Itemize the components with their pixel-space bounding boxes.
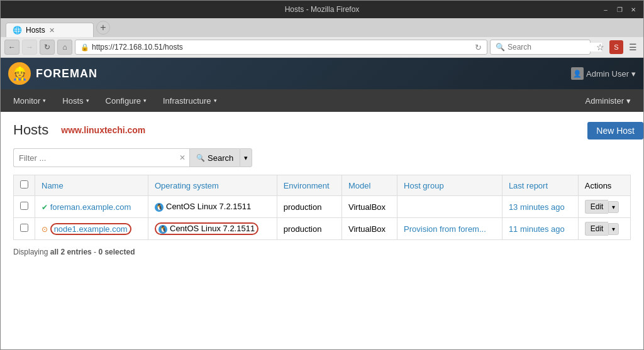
th-name-link[interactable]: Name [42, 181, 64, 190]
edit-dropdown-button[interactable]: ▾ [608, 223, 619, 235]
last-report-link[interactable]: 13 minutes ago [509, 202, 565, 212]
refresh-inline-icon: ↻ [475, 43, 482, 52]
foreman-logo-icon: 👷 [12, 66, 28, 81]
actions-group: Edit ▾ [585, 200, 624, 214]
close-button[interactable]: ✕ [628, 4, 638, 14]
os-icon: 🐧 [158, 225, 167, 234]
row-environment-cell: production [277, 218, 341, 240]
row-lastreport-cell: 13 minutes ago [502, 196, 578, 218]
user-caret-icon: ▾ [631, 69, 636, 79]
foreman-user-menu[interactable]: 👤 Admin User ▾ [571, 67, 636, 80]
nav-item-monitor[interactable]: Monitor ▾ [6, 92, 53, 109]
row-actions-cell: Edit ▾ [578, 196, 630, 218]
select-all-checkbox[interactable] [20, 180, 28, 189]
refresh-button[interactable]: ↻ [40, 40, 55, 55]
foreman-brand-name: FOREMAN [36, 67, 97, 80]
row-checkbox-cell [14, 218, 35, 240]
user-avatar: 👤 [571, 67, 584, 80]
address-bar-row: ← → ↻ ⌂ 🔒 https://172.168.10.51/hosts ↻ … [1, 37, 643, 58]
filter-input-wrapper: ✕ [13, 148, 189, 167]
restore-button[interactable]: ❐ [614, 4, 625, 14]
footer-text: Displaying all 2 entries - 0 selected [13, 248, 631, 256]
browser-window: Hosts - Mozilla Firefox – ❐ ✕ 🌐 Hosts ✕ … [0, 0, 644, 350]
browser-search-input[interactable] [508, 43, 602, 52]
foreman-header: 👷 FOREMAN 👤 Admin User ▾ [1, 58, 643, 89]
th-environment-link[interactable]: Environment [284, 181, 330, 190]
filter-wrapper: ✕ [13, 148, 189, 167]
status-ok-icon: ✔ [42, 203, 48, 212]
menu-icon[interactable]: ☰ [626, 40, 640, 54]
host-name-link[interactable]: node1.example.com [54, 224, 128, 234]
th-hostgroup: Host group [397, 175, 502, 196]
bookmark-icon[interactable]: ☆ [593, 40, 607, 54]
host-name-link[interactable]: foreman.example.com [50, 202, 131, 212]
row-hostgroup-cell: Provision from forem... [397, 218, 502, 240]
highlighted-os: 🐧CentOS Linux 7.2.1511 [155, 222, 258, 235]
address-bar[interactable]: 🔒 https://172.168.10.51/hosts ↻ [75, 40, 487, 55]
row-os-cell: 🐧CentOS Linux 7.2.1511 [148, 196, 277, 218]
tab-label: Hosts [26, 26, 45, 35]
th-name: Name [35, 175, 148, 196]
forward-button[interactable]: → [22, 40, 37, 55]
search-bar: ✕ 🔍 Search ▾ [13, 148, 631, 167]
nav-item-configure[interactable]: Configure ▾ [98, 92, 154, 109]
edit-dropdown-button[interactable]: ▾ [608, 201, 619, 213]
active-tab[interactable]: 🌐 Hosts ✕ [6, 23, 94, 37]
browser-search-box[interactable]: 🔍 [490, 40, 591, 55]
nav-item-hosts[interactable]: Hosts ▾ [55, 92, 96, 109]
administer-caret-icon: ▾ [626, 96, 631, 106]
th-hostgroup-link[interactable]: Host group [404, 181, 444, 190]
edit-button[interactable]: Edit [585, 222, 609, 236]
hosts-caret-icon: ▾ [86, 97, 89, 104]
table-row: ⊙ node1.example.com 🐧CentOS Linux 7.2.15… [14, 218, 631, 240]
tab-bar: 🌐 Hosts ✕ + [1, 18, 643, 37]
page-header: Hosts www.linuxtechi.com [13, 122, 631, 138]
search-btn-label: Search [208, 153, 233, 163]
nav-bar: Monitor ▾ Hosts ▾ Configure ▾ Infrastruc… [1, 89, 643, 112]
infrastructure-caret-icon: ▾ [214, 97, 217, 104]
status-pending-icon: ⊙ [42, 225, 48, 234]
row-checkbox[interactable] [20, 202, 28, 210]
configure-caret-icon: ▾ [143, 97, 147, 104]
new-host-button[interactable]: New Host [587, 122, 643, 139]
row-model-cell: VirtualBox [342, 218, 397, 240]
th-model-link[interactable]: Model [348, 181, 370, 190]
th-lastreport-link[interactable]: Last report [509, 181, 548, 190]
user-label: Admin User [586, 69, 629, 79]
row-checkbox-cell [14, 196, 35, 218]
lock-icon: 🔒 [80, 43, 89, 52]
row-name-cell: ⊙ node1.example.com [35, 218, 148, 240]
table-row: ✔ foreman.example.com 🐧CentOS Linux 7.2.… [14, 196, 631, 218]
url-text: https://172.168.10.51/hosts [92, 43, 472, 52]
th-lastreport: Last report [502, 175, 578, 196]
search-dropdown-button[interactable]: ▾ [240, 148, 252, 167]
promo-text: www.linuxtechi.com [61, 125, 145, 135]
filter-clear-icon[interactable]: ✕ [179, 153, 186, 162]
filter-input[interactable] [19, 153, 184, 163]
window-controls: – ❐ ✕ [601, 4, 638, 14]
row-environment-cell: production [277, 196, 341, 218]
th-model: Model [342, 175, 397, 196]
foreman-brand: 👷 FOREMAN [8, 62, 97, 85]
account-icon[interactable]: S [609, 40, 623, 54]
nav-administer[interactable]: Administer ▾ [578, 92, 638, 109]
edit-button[interactable]: Edit [585, 200, 609, 214]
hostgroup-link[interactable]: Provision from forem... [404, 224, 486, 234]
row-hostgroup-cell [397, 196, 502, 218]
new-tab-button[interactable]: + [96, 21, 110, 35]
tab-close-icon[interactable]: ✕ [49, 26, 55, 35]
main-content: Hosts www.linuxtechi.com New Host ✕ 🔍 Se… [1, 112, 643, 349]
minimize-button[interactable]: – [601, 4, 611, 14]
last-report-link[interactable]: 11 minutes ago [509, 224, 565, 234]
back-button[interactable]: ← [4, 40, 19, 55]
tab-favicon: 🌐 [13, 26, 22, 35]
th-os-link[interactable]: Operating system [155, 181, 219, 190]
row-name-cell: ✔ foreman.example.com [35, 196, 148, 218]
nav-item-infrastructure[interactable]: Infrastructure ▾ [155, 92, 225, 109]
home-button[interactable]: ⌂ [57, 40, 72, 55]
table-header-row: Name Operating system Environment Model … [14, 175, 631, 196]
hosts-table: Name Operating system Environment Model … [13, 175, 631, 240]
page-title: Hosts [13, 122, 48, 138]
row-checkbox[interactable] [20, 224, 28, 232]
search-button[interactable]: 🔍 Search [189, 148, 240, 167]
